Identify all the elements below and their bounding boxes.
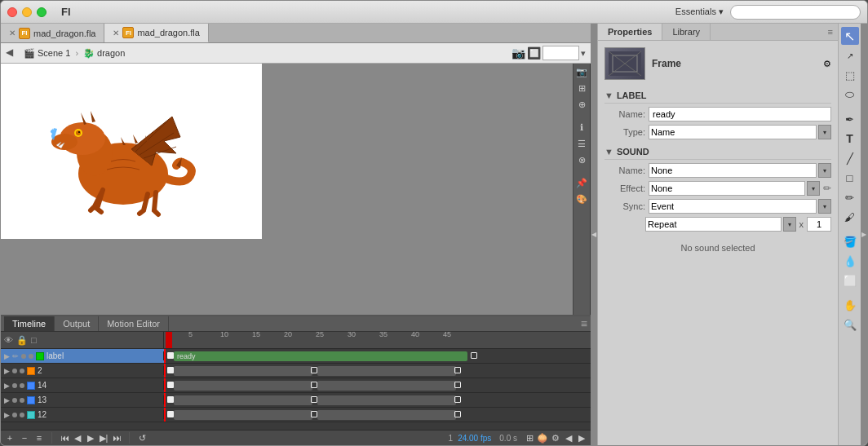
back-button[interactable]: ◀ xyxy=(6,46,19,60)
mid-toolbar-render[interactable]: 🎨 xyxy=(574,191,590,207)
tool-pen[interactable]: ✒ xyxy=(841,110,859,128)
sound-section-header[interactable]: ▼ SOUND xyxy=(604,144,831,160)
label-section-header[interactable]: ▼ LABEL xyxy=(604,88,831,104)
tab-library[interactable]: Library xyxy=(662,24,711,40)
tab-properties[interactable]: Properties xyxy=(598,24,662,40)
snap-frames-btn[interactable]: ⊞ xyxy=(524,432,535,444)
mid-toolbar-pin[interactable]: 📌 xyxy=(574,174,590,191)
repeat-arrow[interactable]: ▾ xyxy=(783,217,796,232)
sound-effect-arrow[interactable]: ▾ xyxy=(807,181,820,196)
frame-options-btn[interactable]: ⚙ xyxy=(823,59,831,69)
tool-pencil[interactable]: ✏ xyxy=(841,188,859,206)
object-breadcrumb[interactable]: 🐉 dragon xyxy=(83,48,125,59)
close-button[interactable] xyxy=(7,7,17,17)
last-frame-btn[interactable]: ⏭ xyxy=(111,432,122,444)
titlebar: Fl Essentials ▾ xyxy=(1,1,867,24)
playhead-marker xyxy=(166,332,172,348)
frame-num-30: 30 xyxy=(348,332,356,338)
sound-sync-arrow[interactable]: ▾ xyxy=(818,199,831,214)
tool-line[interactable]: ╱ xyxy=(841,149,859,167)
tool-rect[interactable]: □ xyxy=(841,169,859,187)
label-type-select[interactable]: Name Comment Anchor xyxy=(649,125,817,139)
maximize-button[interactable] xyxy=(37,7,46,17)
tab-icon-1: Fl xyxy=(19,28,30,39)
repeat-count-input[interactable] xyxy=(807,217,831,232)
tool-paint-bucket[interactable]: 🪣 xyxy=(841,232,859,250)
search-input[interactable] xyxy=(730,5,861,20)
layer-dot14-1 xyxy=(12,383,17,388)
scene-breadcrumb[interactable]: 🎬 Scene 1 xyxy=(24,48,70,59)
collapse-handle-left[interactable]: ◀ xyxy=(591,24,597,445)
next-frame-btn[interactable]: ▶| xyxy=(98,432,109,444)
tool-eraser[interactable]: ⬜ xyxy=(841,272,859,289)
sound-sync-row: Sync: Event Start Stop Stream ▾ xyxy=(604,199,831,214)
layer-row-label[interactable]: ▶ ✏ label xyxy=(1,349,591,364)
zoom-input[interactable]: 12% xyxy=(542,46,579,60)
sound-sync-select[interactable]: Event Start Stop Stream xyxy=(649,199,817,214)
tab-1[interactable]: ✕ Fl mad_dragon.fla xyxy=(1,24,104,42)
mid-toolbar-camera[interactable]: 📷 xyxy=(574,64,590,80)
prev-frame-btn[interactable]: ◀ xyxy=(72,432,83,444)
first-frame-btn[interactable]: ⏮ xyxy=(59,432,70,444)
label-type-row: Type: Name Comment Anchor ▾ xyxy=(604,125,831,139)
layer-row-12[interactable]: ▶ 12 xyxy=(1,408,591,422)
tool-zoom[interactable]: 🔍 xyxy=(841,316,859,333)
essentials-button[interactable]: Essentials ▾ xyxy=(675,7,724,17)
mid-toolbar-info[interactable]: ℹ xyxy=(574,119,590,135)
dragon-sprite xyxy=(50,104,213,219)
layer-color-label xyxy=(36,352,44,360)
label-name-input[interactable] xyxy=(649,107,831,121)
sound-name-arrow[interactable]: ▾ xyxy=(818,163,831,178)
layer-row-2[interactable]: ▶ 2 xyxy=(1,364,591,378)
tool-free-transform[interactable]: ⬚ xyxy=(841,66,859,84)
mid-toolbar-snap[interactable]: ⊕ xyxy=(574,96,590,113)
tool-palette: ↖ ↗ ⬚ ⬭ ✒ T ╱ □ ✏ 🖌 🪣 💧 ⬜ ✋ 🔍 xyxy=(838,24,861,445)
tool-brush[interactable]: 🖌 xyxy=(841,208,859,226)
play-btn[interactable]: ▶ xyxy=(85,432,96,444)
timeline-settings-btn[interactable]: ≡ xyxy=(581,317,587,330)
sound-name-select[interactable]: None xyxy=(649,163,817,178)
onion-skin-btn[interactable]: 🧅 xyxy=(537,432,548,444)
tool-select[interactable]: ↖ xyxy=(841,27,859,45)
tool-eyedropper[interactable]: 💧 xyxy=(841,252,859,270)
mid-toolbar-layers[interactable]: ☰ xyxy=(574,135,590,152)
tab-2[interactable]: ✕ Fl mad_dragon.fla xyxy=(104,24,208,42)
view-icon-1[interactable]: 📷 xyxy=(512,46,525,60)
titlebar-right: Essentials ▾ xyxy=(675,5,861,20)
lock-icon[interactable]: 🔒 xyxy=(16,335,28,346)
layer-row-14[interactable]: ▶ 14 xyxy=(1,378,591,393)
eye-icon[interactable]: 👁 xyxy=(4,335,13,345)
delete-layer-btn[interactable]: − xyxy=(19,432,30,444)
timeline-tab-motion[interactable]: Motion Editor xyxy=(99,316,169,331)
label-section-title: LABEL xyxy=(617,91,647,100)
scroll-right-btn[interactable]: ▶ xyxy=(576,432,587,444)
outline-icon[interactable]: □ xyxy=(31,335,37,345)
panel-toggle[interactable]: ≡ xyxy=(823,27,838,37)
collapse-handle-right[interactable]: ▶ xyxy=(861,24,867,445)
scroll-left-btn[interactable]: ◀ xyxy=(563,432,574,444)
onion-settings-btn[interactable]: ⚙ xyxy=(550,432,561,444)
tab-close-1[interactable]: ✕ xyxy=(9,29,16,38)
timeline-tab-output[interactable]: Output xyxy=(55,316,99,331)
loop-btn[interactable]: ↺ xyxy=(136,432,148,444)
mid-toolbar-filter[interactable]: ⊗ xyxy=(574,152,590,168)
tool-hand[interactable]: ✋ xyxy=(841,296,859,314)
sound-effect-select[interactable]: None xyxy=(649,181,805,196)
timeline-tab-timeline[interactable]: Timeline xyxy=(4,316,55,331)
layer-row-13[interactable]: ▶ 13 xyxy=(1,393,591,408)
layer-options-btn[interactable]: ≡ xyxy=(33,432,45,444)
tab-close-2[interactable]: ✕ xyxy=(113,29,119,38)
tool-subselect[interactable]: ↗ xyxy=(841,46,859,64)
tool-text[interactable]: T xyxy=(841,130,859,148)
view-icon-2[interactable]: 🔲 xyxy=(527,46,541,60)
add-layer-btn[interactable]: + xyxy=(4,432,16,444)
layer-dot12-2 xyxy=(20,413,24,417)
zoom-arrow[interactable]: ▾ xyxy=(581,48,586,59)
label-type-arrow[interactable]: ▾ xyxy=(818,125,831,139)
minimize-button[interactable] xyxy=(22,7,32,17)
mid-toolbar-grid[interactable]: ⊞ xyxy=(574,80,590,96)
tool-lasso[interactable]: ⬭ xyxy=(841,86,859,104)
sound-name-wrap: None ▾ xyxy=(649,163,831,178)
repeat-select[interactable]: Repeat Loop xyxy=(645,217,782,232)
sound-edit-pencil[interactable]: ✏ xyxy=(823,183,831,194)
